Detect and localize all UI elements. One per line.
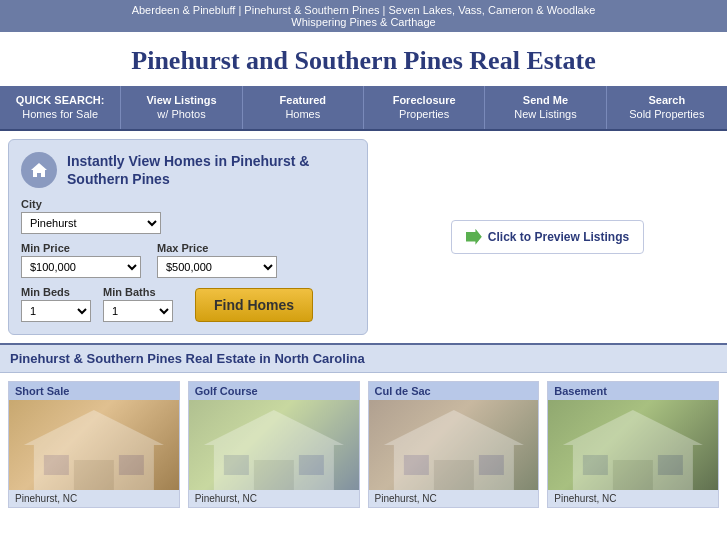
listing-location-1: Pinehurst, NC bbox=[189, 490, 359, 507]
svg-rect-17 bbox=[613, 460, 653, 490]
preview-listings-button[interactable]: Click to Preview Listings bbox=[451, 220, 644, 254]
find-homes-button[interactable]: Find Homes bbox=[195, 288, 313, 322]
top-navigation: Aberdeen & Pinebluff | Pinehurst & South… bbox=[0, 0, 727, 32]
listing-location-3: Pinehurst, NC bbox=[548, 490, 718, 507]
listing-card-1[interactable]: Golf Course Pinehurst, NC bbox=[188, 381, 360, 508]
preview-listings-label: Click to Preview Listings bbox=[488, 230, 629, 244]
top-link-line1[interactable]: Aberdeen & Pinebluff | Pinehurst & South… bbox=[8, 4, 719, 16]
nav-item-5[interactable]: SearchSold Properties bbox=[607, 86, 727, 129]
min-beds-label: Min Beds bbox=[21, 286, 91, 298]
arrow-icon bbox=[466, 229, 482, 245]
svg-rect-4 bbox=[119, 455, 144, 475]
listing-location-2: Pinehurst, NC bbox=[369, 490, 539, 507]
city-select[interactable]: PinehurstSouthern PinesAberdeenWhisperin… bbox=[21, 212, 161, 234]
listing-image-3 bbox=[548, 400, 718, 490]
svg-rect-12 bbox=[433, 460, 473, 490]
city-label: City bbox=[21, 198, 355, 210]
search-house-icon bbox=[21, 152, 57, 188]
listing-label-2: Cul de Sac bbox=[369, 382, 539, 400]
listing-card-2[interactable]: Cul de Sac Pinehurst, NC bbox=[368, 381, 540, 508]
search-panel-title: Instantly View Homes in Pinehurst & Sout… bbox=[67, 152, 355, 188]
nav-item-3[interactable]: ForeclosureProperties bbox=[364, 86, 485, 129]
listings-row: Short Sale Pinehurst, NC Golf Course bbox=[0, 373, 727, 516]
listing-card-0[interactable]: Short Sale Pinehurst, NC bbox=[8, 381, 180, 508]
listing-card-3[interactable]: Basement Pinehurst, NC bbox=[547, 381, 719, 508]
min-baths-label: Min Baths bbox=[103, 286, 173, 298]
nav-item-2[interactable]: FeaturedHomes bbox=[243, 86, 364, 129]
svg-rect-8 bbox=[224, 455, 249, 475]
min-baths-select[interactable]: 1234 bbox=[103, 300, 173, 322]
site-title: Pinehurst and Southern Pines Real Estate bbox=[0, 32, 727, 86]
svg-marker-6 bbox=[204, 410, 344, 445]
max-price-label: Max Price bbox=[157, 242, 277, 254]
svg-marker-1 bbox=[24, 410, 164, 445]
section-title: Pinehurst & Southern Pines Real Estate i… bbox=[0, 343, 727, 373]
nav-item-0[interactable]: QUICK SEARCH:Homes for Sale bbox=[0, 86, 121, 129]
listing-label-1: Golf Course bbox=[189, 382, 359, 400]
svg-marker-11 bbox=[383, 410, 523, 445]
svg-rect-19 bbox=[658, 455, 683, 475]
nav-item-4[interactable]: Send MeNew Listings bbox=[485, 86, 606, 129]
main-navigation: QUICK SEARCH:Homes for SaleView Listings… bbox=[0, 86, 727, 131]
svg-rect-2 bbox=[74, 460, 114, 490]
min-price-select[interactable]: $100,000$150,000$200,000$250,000$300,000 bbox=[21, 256, 141, 278]
listing-label-0: Short Sale bbox=[9, 382, 179, 400]
max-price-select[interactable]: $300,000$400,000$500,000$600,000$700,000 bbox=[157, 256, 277, 278]
svg-rect-14 bbox=[478, 455, 503, 475]
svg-rect-9 bbox=[299, 455, 324, 475]
svg-rect-18 bbox=[583, 455, 608, 475]
listing-image-2 bbox=[369, 400, 539, 490]
listing-label-3: Basement bbox=[548, 382, 718, 400]
svg-marker-16 bbox=[563, 410, 703, 445]
listing-image-1 bbox=[189, 400, 359, 490]
nav-item-1[interactable]: View Listingsw/ Photos bbox=[121, 86, 242, 129]
listing-location-0: Pinehurst, NC bbox=[9, 490, 179, 507]
top-link-line2[interactable]: Whispering Pines & Carthage bbox=[8, 16, 719, 28]
right-panel: Click to Preview Listings bbox=[376, 139, 719, 335]
min-price-label: Min Price bbox=[21, 242, 141, 254]
listing-image-0 bbox=[9, 400, 179, 490]
svg-rect-7 bbox=[254, 460, 294, 490]
svg-rect-3 bbox=[44, 455, 69, 475]
search-panel: Instantly View Homes in Pinehurst & Sout… bbox=[8, 139, 368, 335]
min-beds-select[interactable]: 12345 bbox=[21, 300, 91, 322]
svg-rect-13 bbox=[403, 455, 428, 475]
